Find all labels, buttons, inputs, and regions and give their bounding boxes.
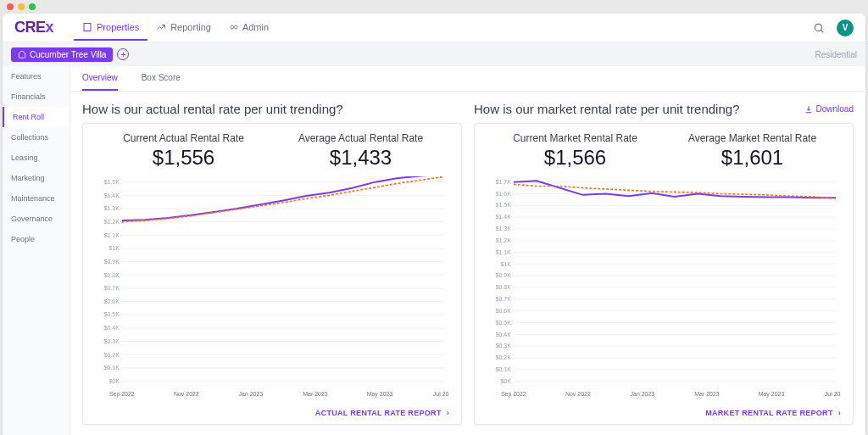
svg-text:$0.5K: $0.5K: [496, 318, 511, 326]
svg-text:Jan 2023: Jan 2023: [631, 390, 655, 398]
svg-text:Sep 2022: Sep 2022: [501, 390, 526, 398]
charts-row: How is our actual rental rate per unit t…: [70, 92, 865, 435]
svg-text:$0.2K: $0.2K: [496, 354, 511, 361]
svg-text:$0.8K: $0.8K: [104, 270, 120, 278]
nav-label: Properties: [97, 22, 139, 32]
chart-title: How is our actual rental rate per unit t…: [82, 102, 343, 116]
chart-card-market: Current Market Rental Rate $1,566 Averag…: [474, 123, 854, 425]
add-property-button[interactable]: +: [117, 48, 129, 60]
nav-label: Admin: [242, 22, 269, 32]
logo-text-2: x: [46, 19, 54, 36]
svg-text:$0.4K: $0.4K: [104, 324, 120, 332]
svg-text:$0.6K: $0.6K: [104, 297, 120, 304]
svg-text:$1K: $1K: [500, 259, 510, 267]
window-max-dot[interactable]: [29, 3, 36, 10]
tabs: Overview Box Score: [70, 66, 865, 92]
svg-text:$0.2K: $0.2K: [104, 350, 120, 358]
chart-col-right: How is our market rental rate per unit t…: [474, 102, 854, 425]
nav-admin[interactable]: Admin: [220, 15, 277, 41]
sidebar-item-rent-roll[interactable]: Rent Roll: [3, 107, 70, 127]
sidebar-item-people[interactable]: People: [3, 229, 70, 249]
svg-text:$0.1K: $0.1K: [104, 364, 120, 371]
logo-text-1: CRE: [14, 19, 46, 36]
plot-market: $0K$0.1K$0.2K$0.3K$0.4K$0.5K$0.6K$0.7K$0…: [487, 176, 841, 402]
svg-text:Jul 2023: Jul 2023: [433, 390, 449, 398]
svg-rect-0: [84, 23, 91, 31]
svg-text:Sep 2022: Sep 2022: [109, 390, 135, 398]
svg-text:$1.2K: $1.2K: [104, 217, 120, 225]
sidebar-item-governance[interactable]: Governance: [3, 209, 70, 229]
svg-text:$1.3K: $1.3K: [104, 204, 120, 212]
window-close-dot[interactable]: [7, 3, 14, 10]
kpi-current-market: Current Market Rental Rate $1,566: [487, 132, 664, 170]
svg-text:$0.5K: $0.5K: [104, 310, 120, 318]
chart-col-left: How is our actual rental rate per unit t…: [82, 102, 462, 425]
svg-text:$0K: $0K: [500, 376, 510, 384]
svg-text:$1.5K: $1.5K: [496, 201, 511, 209]
svg-text:$0.7K: $0.7K: [496, 295, 511, 303]
svg-text:$0K: $0K: [108, 376, 119, 384]
svg-text:Mar 2023: Mar 2023: [694, 390, 719, 398]
svg-text:$0.8K: $0.8K: [496, 283, 511, 291]
svg-text:$1.4K: $1.4K: [104, 191, 120, 198]
market-report-link[interactable]: MARKET RENTAL RATE REPORT ›: [487, 402, 841, 417]
sidebar-item-maintenance[interactable]: Maintenance: [3, 188, 70, 209]
main: Features Financials Rent Roll Collection…: [3, 66, 865, 435]
sidebar: Features Financials Rent Roll Collection…: [3, 66, 70, 435]
content: Overview Box Score How is our actual ren…: [70, 66, 865, 435]
chart-icon: [156, 22, 166, 32]
svg-text:$0.9K: $0.9K: [496, 271, 511, 279]
logo[interactable]: CREx: [14, 19, 53, 36]
window-min-dot[interactable]: [18, 3, 25, 10]
svg-text:$1.2K: $1.2K: [496, 237, 511, 244]
sidebar-item-leasing[interactable]: Leasing: [3, 148, 70, 168]
search-icon[interactable]: [813, 22, 825, 34]
actual-report-link[interactable]: ACTUAL RENTAL RATE REPORT ›: [95, 402, 449, 417]
svg-text:$0.3K: $0.3K: [104, 337, 120, 344]
svg-text:$1.4K: $1.4K: [496, 213, 511, 220]
svg-text:$0.6K: $0.6K: [496, 307, 511, 315]
kpi-current-actual: Current Actual Rental Rate $1,556: [95, 132, 272, 170]
browser-chrome: [0, 0, 868, 14]
svg-text:$1.1K: $1.1K: [104, 231, 120, 238]
top-nav: CREx Properties Reporting Admin V: [3, 14, 865, 42]
svg-text:$1.5K: $1.5K: [104, 178, 120, 186]
sidebar-item-financials[interactable]: Financials: [3, 86, 70, 107]
svg-text:$0.9K: $0.9K: [104, 257, 120, 265]
svg-text:$0.4K: $0.4K: [496, 330, 511, 337]
nav-reporting[interactable]: Reporting: [147, 15, 220, 41]
infinity-icon: [228, 22, 238, 32]
svg-text:$0.7K: $0.7K: [104, 284, 120, 292]
tab-overview[interactable]: Overview: [82, 66, 118, 91]
svg-text:$1.1K: $1.1K: [496, 248, 511, 255]
svg-text:$0.3K: $0.3K: [496, 342, 511, 349]
svg-text:Jan 2023: Jan 2023: [239, 390, 264, 398]
plot-actual: $0K$0.1K$0.2K$0.3K$0.4K$0.5K$0.6K$0.7K$0…: [95, 176, 449, 402]
svg-text:May 2023: May 2023: [367, 390, 393, 398]
app-window: CREx Properties Reporting Admin V Cucumb…: [3, 14, 865, 435]
svg-text:$0.1K: $0.1K: [496, 365, 511, 373]
svg-text:Nov 2022: Nov 2022: [565, 390, 591, 398]
property-category: Residential: [815, 50, 857, 59]
nav-label: Reporting: [170, 22, 211, 32]
sidebar-item-marketing[interactable]: Marketing: [3, 168, 70, 188]
tab-box-score[interactable]: Box Score: [142, 66, 181, 91]
property-badge[interactable]: Cucumber Tree Villa: [11, 47, 113, 62]
svg-text:Jul 2023: Jul 2023: [825, 390, 841, 398]
svg-text:Mar 2023: Mar 2023: [303, 390, 327, 398]
svg-text:Nov 2022: Nov 2022: [174, 390, 199, 398]
svg-point-5: [815, 24, 821, 31]
nav-properties[interactable]: Properties: [74, 15, 147, 41]
chevron-right-icon: ›: [447, 409, 449, 417]
svg-line-6: [821, 30, 823, 32]
sidebar-item-collections[interactable]: Collections: [3, 127, 70, 148]
avatar[interactable]: V: [837, 20, 854, 36]
kpi-avg-actual: Average Actual Rental Rate $1,433: [272, 132, 449, 170]
sidebar-item-features[interactable]: Features: [3, 66, 70, 86]
chevron-right-icon: ›: [838, 409, 841, 417]
svg-text:$1.7K: $1.7K: [496, 178, 511, 186]
chart-card-actual: Current Actual Rental Rate $1,556 Averag…: [82, 123, 462, 425]
download-button[interactable]: Download: [804, 104, 854, 114]
svg-text:May 2023: May 2023: [759, 390, 785, 398]
chart-title: How is our market rental rate per unit t…: [474, 102, 739, 116]
